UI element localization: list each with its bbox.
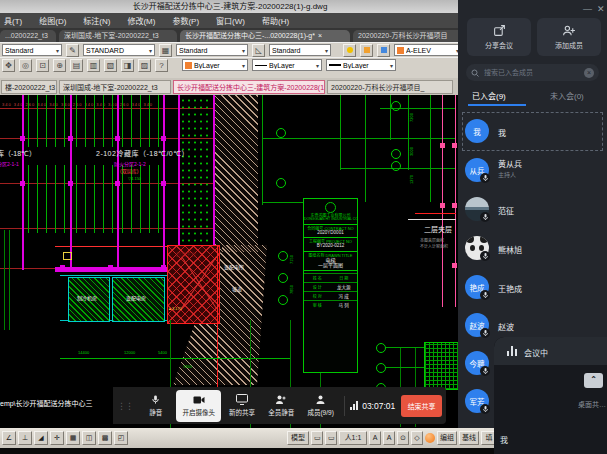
layer-freeze-icon[interactable]	[360, 44, 373, 57]
menu-dimension[interactable]: 标注(N)	[83, 15, 110, 26]
lineweight-combo[interactable]: ByLayer▾	[326, 59, 396, 71]
tablestyle-icon[interactable]: ▦	[159, 44, 172, 57]
workspace-icon[interactable]: ⊙	[397, 431, 409, 445]
add-member-button[interactable]: 添加成员	[537, 18, 601, 56]
color-combo[interactable]: ByLayer▾	[182, 59, 248, 71]
mute-all-button[interactable]: 全员静音	[263, 390, 300, 422]
new-share-button[interactable]: 新的共享	[223, 390, 260, 422]
xref-icon[interactable]: ▥	[87, 59, 100, 72]
end-share-button[interactable]: 结束共享	[401, 395, 442, 417]
osnap-icon[interactable]: ▦	[66, 431, 80, 445]
file-tab-2[interactable]: 深圳国成-地下室-20200222_t3	[59, 30, 177, 42]
desktop-share-icon: ⌃	[584, 373, 603, 388]
mleaderstyle-combo[interactable]: Standard▾	[269, 44, 331, 56]
dyn-icon[interactable]: ▩	[98, 431, 112, 445]
search-icon	[471, 69, 479, 77]
file-tab-1[interactable]: ...0200222_t3	[0, 30, 56, 42]
doc-tab-1[interactable]: 楼-20200222_t3	[1, 80, 57, 94]
tablestyle-combo[interactable]: Standard▾	[176, 44, 248, 56]
participant-row[interactable]: 艳成 王艳成	[458, 268, 607, 306]
zoom-realtime-icon[interactable]: ◎	[19, 59, 32, 72]
screen-share-toolbar: emp\长沙开福配送分拣中心三 ⋮⋮ 静音 开启摄像头 新的共享	[0, 387, 446, 424]
search-box[interactable]: ×	[466, 64, 599, 81]
red-dock-area: 卸货平台	[167, 245, 220, 324]
cad-assistant-icon[interactable]	[425, 433, 435, 443]
title-block: 东莞鸿图工业有限公司 DONGGUAN HT INDUSTRIAL CO.,LT…	[303, 198, 358, 373]
baseline-toggle[interactable]: 基线	[459, 431, 479, 445]
ortho-icon[interactable]: ◢	[34, 431, 48, 445]
model-button[interactable]: 模型	[287, 431, 309, 445]
room-label-main: 2-102冷藏库（-18℃/0℃）	[96, 150, 189, 157]
menu-help[interactable]: 帮助(H)	[262, 15, 289, 26]
file-tab-3-active[interactable]: 长沙开福配送分拣中心三-...0200228(1)-g* ×	[180, 30, 350, 42]
annotation-scale[interactable]: 人1:1 ▾	[339, 431, 367, 445]
search-clear-icon[interactable]: ×	[584, 68, 594, 78]
camera-button[interactable]: 开启摄像头	[176, 390, 221, 422]
participant-row-me[interactable]: 我 我	[458, 112, 607, 150]
lock-icon[interactable]: ◇	[411, 431, 423, 445]
layer-lock-icon[interactable]	[377, 44, 390, 57]
menu-window[interactable]: 窗口(W)	[216, 15, 245, 26]
close-icon[interactable]: ✕	[597, 5, 605, 14]
mic-icon	[150, 394, 161, 405]
meeting-status: 会议中	[524, 347, 548, 358]
active-tab-underline	[468, 104, 526, 106]
ramp-label-1: 变配电所	[224, 265, 244, 270]
polar-icon[interactable]: ✛	[50, 431, 64, 445]
layout2-icon[interactable]: ▭	[325, 431, 337, 445]
tab-joined[interactable]: 已入会(9)	[472, 90, 506, 101]
participant-row[interactable]: 熊林旭	[458, 229, 607, 267]
meeting-floating-window[interactable]: 会议中 ⌃ 桌面共… 我	[494, 337, 607, 454]
menu-tools[interactable]: 具(T)	[4, 15, 22, 26]
double-layer-label: (双层库)	[120, 169, 138, 174]
tab-not-joined[interactable]: 未入会(0)	[550, 90, 584, 101]
mezzanine-label: 二层夹层	[424, 226, 452, 233]
mic-muted-icon	[480, 404, 490, 414]
wall-hatch-strip	[215, 95, 258, 252]
file-tab-close-icon[interactable]: ×	[318, 30, 322, 42]
textstyle-combo[interactable]: STANDARD▾	[83, 44, 155, 56]
mic-muted-icon	[480, 251, 490, 261]
mute-button[interactable]: 静音	[137, 390, 174, 422]
drag-handle[interactable]: ⋮⋮	[117, 401, 133, 411]
snap-icon[interactable]: ∠	[2, 431, 16, 445]
menu-parametric[interactable]: 参数(P)	[172, 15, 199, 26]
autoscale-icon[interactable]: A	[383, 431, 395, 445]
floating-window-header[interactable]: 会议中	[494, 337, 607, 365]
participant-row[interactable]: 范征	[458, 190, 607, 228]
doc-tab-4[interactable]: 20200220-万科长沙开福项目_	[327, 80, 453, 94]
linetype-combo[interactable]: ByLayer▾	[252, 59, 322, 71]
doc-tab-3-active[interactable]: 长沙开福配送分拣中心三-建筑方案-20200228(1)-g	[173, 80, 325, 94]
people-icon	[275, 394, 288, 405]
zoom-previous-icon[interactable]: ⊕	[53, 59, 66, 72]
group-toggle[interactable]: 编组	[437, 431, 457, 445]
block-icon[interactable]: ▤	[70, 59, 83, 72]
menu-modify[interactable]: 修改(M)	[127, 15, 155, 26]
lineweight-toggle-icon[interactable]: ◰	[114, 431, 128, 445]
mic-muted-icon	[480, 328, 490, 338]
mic-muted-icon	[480, 212, 490, 222]
help-icon[interactable]: ?	[155, 59, 168, 72]
otrack-icon[interactable]: ◫	[82, 431, 96, 445]
minimize-icon[interactable]: —	[583, 5, 592, 14]
dimstyle-combo[interactable]: Standard▾	[2, 44, 62, 56]
members-button[interactable]: 成员(9/9)	[302, 390, 339, 422]
search-input[interactable]	[482, 68, 581, 77]
zoom-window-icon[interactable]: ⊡	[36, 59, 49, 72]
grid-icon[interactable]: ⊥	[18, 431, 32, 445]
doc-tab-2[interactable]: 深圳国成-地下室-20200222_t3	[59, 80, 171, 94]
attribute-icon[interactable]: ▧	[104, 59, 117, 72]
mleaderstyle-icon[interactable]: ◺	[252, 44, 265, 57]
cad-window-title: 长沙开福配送分拣中心三-建筑方案-20200228(1)-g.dwg	[0, 0, 460, 13]
render-icon[interactable]: ◨	[121, 59, 134, 72]
layer-combo[interactable]: A-ELEV▾	[394, 44, 462, 56]
annotation-vis-icon[interactable]: A	[369, 431, 381, 445]
share-meeting-button[interactable]: 分享会议	[467, 18, 531, 56]
pan-icon[interactable]: ✥	[2, 59, 15, 72]
menu-draw[interactable]: 绘图(D)	[39, 15, 66, 26]
participant-row-host[interactable]: 从兵 黄从兵 主持人	[458, 151, 607, 189]
layout-icon[interactable]: ▨	[138, 59, 151, 72]
layout1-icon[interactable]: ▭	[311, 431, 323, 445]
layer-on-icon[interactable]	[343, 44, 356, 57]
textstyle-icon[interactable]: ✎	[66, 44, 79, 57]
